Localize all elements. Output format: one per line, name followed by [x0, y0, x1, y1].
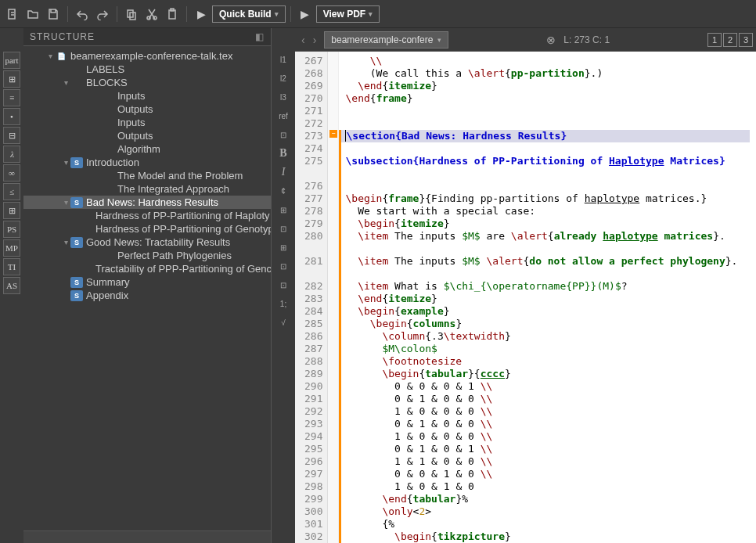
editor-tool-button[interactable]: √ [275, 315, 292, 330]
palette-button[interactable]: TI [3, 258, 20, 275]
panel-number-button[interactable]: 2 [723, 33, 737, 47]
palette-button[interactable]: ≤ [3, 183, 20, 200]
editor-tool-button[interactable]: ⊡ [275, 258, 292, 274]
palette-button[interactable]: ⊞ [3, 202, 20, 219]
main-area: part⊞≡•⊟𝜆∞≤⊞PSMPTIAS STRUCTURE ◧ ▾📄beame… [0, 28, 756, 543]
tree-item[interactable]: The Integrated Approach [23, 182, 271, 196]
editor-tool-button[interactable]: l2 [275, 70, 292, 86]
new-file-icon[interactable] [3, 5, 22, 23]
separator [67, 6, 68, 22]
editor-tool-button[interactable]: ¢ [275, 183, 292, 199]
palette-button[interactable]: AS [3, 277, 20, 294]
structure-tree[interactable]: ▾📄beamerexample-conference-talk.texLABEL… [23, 46, 271, 530]
panel-number-button[interactable]: 1 [707, 33, 722, 47]
palette-button[interactable]: ≡ [3, 89, 20, 106]
fold-gutter[interactable]: − [328, 52, 339, 543]
tree-item[interactable]: Perfect Path Phylogenies [23, 249, 271, 262]
tree-item-label: Outputs [117, 130, 153, 142]
palette-button[interactable]: ∞ [3, 164, 20, 182]
editor-tool-button[interactable]: ⊡ [275, 221, 292, 236]
editor-tool-button[interactable]: ref [275, 108, 292, 124]
open-file-icon[interactable] [23, 5, 42, 23]
build-run-icon[interactable]: ▶ [192, 5, 211, 23]
editor-tool-button[interactable]: I [275, 164, 292, 180]
section-icon: S [70, 237, 83, 248]
tree-item[interactable]: LABELS [23, 63, 271, 76]
palette-button[interactable]: 𝜆 [3, 146, 20, 163]
tree-item[interactable]: Outputs [23, 129, 271, 142]
code-editor[interactable]: 2672682692702712722732742752762772782792… [295, 52, 756, 543]
panel-switcher: 123 [707, 33, 753, 47]
tree-item[interactable]: Inputs [23, 116, 271, 129]
palette-button[interactable]: • [3, 108, 20, 125]
chevron-down-icon: ▾ [275, 10, 279, 18]
palette-button[interactable]: ⊞ [3, 70, 20, 88]
quick-build-label: Quick Build [219, 9, 272, 20]
editor-tool-button[interactable]: ⊞ [275, 202, 292, 218]
tree-item-label: LABELS [86, 63, 124, 75]
code-content[interactable]: \\ (We call this a \alert{pp-partition}.… [339, 52, 756, 543]
nav-back-icon[interactable]: ‹ [298, 34, 308, 46]
editor-tool-button[interactable]: ⊞ [275, 239, 292, 255]
editor-tool-button[interactable]: ⊡ [275, 127, 292, 142]
editor-tool-button[interactable]: 1; [275, 296, 292, 311]
panel-number-button[interactable]: 3 [739, 33, 753, 47]
tree-item-label: Bad News: Hardness Results [86, 196, 218, 208]
tree-item[interactable]: ▾📄beamerexample-conference-talk.tex [23, 49, 271, 63]
tree-item[interactable]: Algorithm [23, 142, 271, 156]
tree-item[interactable]: SSummary [23, 275, 271, 289]
horizontal-scrollbar[interactable] [23, 530, 271, 543]
tree-item[interactable]: SAppendix [23, 289, 271, 302]
view-run-icon[interactable]: ▶ [296, 5, 315, 23]
tree-item-label: Hardness of PP-Partitioning of Haploty [95, 210, 270, 221]
tree-item[interactable]: Hardness of PP-Partitioning of Genotyp [23, 222, 271, 236]
separator [117, 6, 117, 22]
paste-icon[interactable] [163, 5, 182, 23]
editor-tool-button[interactable]: B [275, 146, 292, 161]
editor-tab-bar: ‹ › beamerexample-confere ▾ ⊗ L: 273 C: … [295, 28, 756, 52]
tree-item-label: Algorithm [117, 143, 160, 155]
view-pdf-dropdown[interactable]: View PDF▾ [316, 5, 380, 23]
tree-item[interactable]: ▾SIntroduction [23, 156, 271, 169]
editor-tool-button[interactable]: l3 [275, 89, 292, 105]
cut-icon[interactable] [142, 5, 161, 23]
separator [290, 6, 291, 22]
nav-arrows: ‹ › [298, 34, 319, 46]
file-tab-label: beamerexample-confere [331, 34, 433, 45]
quick-build-dropdown[interactable]: Quick Build▾ [212, 5, 286, 23]
undo-icon[interactable] [73, 5, 92, 23]
structure-panel: STRUCTURE ◧ ▾📄beamerexample-conference-t… [23, 28, 272, 543]
palette-button[interactable]: ⊟ [3, 127, 20, 144]
tree-item[interactable]: ▾SGood News: Tractability Results [23, 236, 271, 249]
tab-close-icon[interactable]: ⊗ [546, 34, 556, 46]
tree-item-label: Tractability of PPP-Partitioning of Genc [95, 263, 271, 275]
panel-detach-icon[interactable]: ◧ [255, 31, 265, 42]
tree-item[interactable]: Outputs [23, 102, 271, 116]
line-numbers: 2672682692702712722732742752762772782792… [295, 52, 328, 543]
main-toolbar: ▶ Quick Build▾ ▶ View PDF▾ [0, 0, 756, 28]
editor-tool-button[interactable]: l1 [275, 52, 292, 67]
copy-icon[interactable] [122, 5, 141, 23]
file-tab[interactable]: beamerexample-confere ▾ [324, 31, 448, 49]
palette-button[interactable]: part [3, 52, 20, 69]
tree-item[interactable]: Inputs [23, 89, 271, 102]
tree-item-label: Summary [86, 276, 130, 288]
tree-item-label: Outputs [117, 103, 153, 115]
palette-button[interactable]: PS [3, 221, 20, 238]
tree-item[interactable]: Hardness of PP-Partitioning of Haploty [23, 209, 271, 222]
editor-tool-button[interactable]: ⊡ [275, 277, 292, 293]
tree-item[interactable]: Tractability of PPP-Partitioning of Genc [23, 262, 271, 275]
tree-item[interactable]: The Model and the Problem [23, 169, 271, 182]
tree-item-label: Hardness of PP-Partitioning of Genotyp [95, 223, 271, 235]
svg-rect-0 [9, 9, 15, 19]
tree-item[interactable]: ▾SBad News: Hardness Results [23, 196, 271, 209]
palette-button[interactable]: MP [3, 239, 20, 257]
tree-item-label: The Model and the Problem [117, 170, 243, 182]
save-icon[interactable] [44, 5, 63, 23]
nav-forward-icon[interactable]: › [310, 34, 320, 46]
redo-icon[interactable] [93, 5, 112, 23]
cursor-position: L: 273 C: 1 [563, 34, 610, 45]
tree-item[interactable]: ▾BLOCKS [23, 76, 271, 89]
tree-item-label: BLOCKS [86, 77, 128, 88]
chevron-down-icon: ▾ [437, 36, 441, 44]
